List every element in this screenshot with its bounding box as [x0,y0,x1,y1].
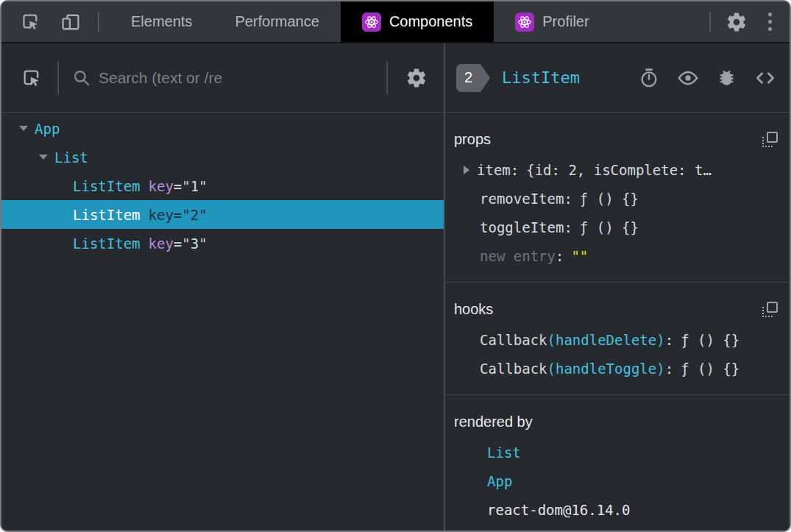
key-attr-value: ="3" [174,235,207,252]
chevron-right-icon[interactable] [464,166,469,174]
toolbar-divider [57,61,59,95]
inspect-cursor-icon[interactable] [21,12,40,32]
component-tree: App List ListItemkey="1" ListItemkey="2"… [1,113,444,531]
key-attr-name: key [149,178,174,194]
device-toolbar-icon[interactable] [60,11,82,33]
rendered-by-reactdom: react-dom@16.14.0 [454,495,778,524]
hook-row-handletoggle: Callback(handleToggle): ƒ () {} [454,354,778,383]
component-name: ListItem [73,235,141,252]
prop-key: removeItem [480,191,564,207]
copy-icon[interactable] [762,302,778,317]
devtools-tabbar: Elements Performance Components [1,1,790,43]
new-entry-key[interactable]: new entry [480,248,556,264]
tab-components[interactable]: Components [341,1,494,42]
owner-link[interactable]: List [487,444,521,461]
components-tree-panel: App List ListItemkey="1" ListItemkey="2"… [1,43,445,531]
search-icon [71,68,91,88]
rendered-by-section: rendered by List App react-dom@16.14.0 [445,395,790,531]
rendered-by-app[interactable]: App [454,467,778,495]
rendered-by-label: rendered by [454,414,533,430]
key-attr-value: ="2" [174,207,207,223]
hook-name: Callback [480,332,547,348]
prop-value: ƒ () {} [580,191,639,207]
tree-row-listitem-3[interactable]: ListItemkey="3" [1,229,444,258]
badge-count: 2 [456,64,480,92]
settings-gear-icon[interactable] [405,67,428,89]
copy-icon[interactable] [762,132,778,147]
hook-name: Callback [480,361,547,377]
chevron-down-icon[interactable] [19,126,28,131]
badge-arrow [480,64,490,92]
tab-profiler[interactable]: Profiler [494,1,610,42]
component-name: ListItem [73,178,141,194]
tree-row-listitem-2[interactable]: ListItemkey="2" [1,200,444,229]
bug-icon[interactable] [717,68,737,88]
prop-key: toggleItem [480,219,564,235]
hooks-section: hooks Callback(handleDelete): ƒ () {} Ca… [445,283,790,395]
react-logo-icon [362,13,381,32]
props-section-label: props [454,131,491,148]
inspector-header: 2 ListItem [445,43,790,113]
tab-label: Profiler [542,13,589,30]
prop-value: {id: 2, isComplete: t… [526,162,712,178]
tab-label: Performance [235,13,319,30]
stopwatch-icon[interactable] [639,68,659,88]
hook-arg: (handleDelete) [547,332,665,348]
renderer-version: react-dom@16.14.0 [487,502,630,518]
tree-row-listitem-1[interactable]: ListItemkey="1" [1,171,444,200]
search-input[interactable] [99,69,386,87]
key-attr-name: key [149,207,174,223]
hook-row-handledelete: Callback(handleDelete): ƒ () {} [454,325,778,354]
devtools-window: Elements Performance Components [0,0,791,532]
prop-row-new-entry[interactable]: new entry: "" [454,241,778,270]
tree-row-list[interactable]: List [1,143,444,171]
prop-row-item[interactable]: item: {id: 2, isComplete: t… [454,155,778,184]
prop-row-toggleitem: toggleItem: ƒ () {} [454,213,778,241]
component-inspector-panel: 2 ListItem [445,43,790,531]
component-name: ListItem [73,207,141,223]
tab-label: Components [389,13,472,30]
component-name: List [54,149,88,166]
tab-performance[interactable]: Performance [213,1,341,42]
toolbar-divider [386,61,388,95]
chevron-down-icon[interactable] [39,155,48,160]
inspect-cursor-icon[interactable] [21,68,42,88]
element-badge: 2 [456,64,490,92]
key-attr-value: ="1" [174,178,207,194]
tree-row-app[interactable]: App [1,114,444,143]
tab-elements[interactable]: Elements [110,1,213,42]
code-brackets-icon[interactable] [754,67,776,89]
tabbar-divider [98,12,99,32]
tree-toolbar [1,43,444,113]
props-section: props item: {id: 2, isComplete: t… remov… [445,113,790,283]
settings-gear-icon[interactable] [726,11,748,33]
eye-icon[interactable] [677,67,699,89]
tabbar-divider [709,12,711,32]
hook-value: ƒ () {} [681,361,739,377]
selected-component-title: ListItem [502,68,580,87]
owner-link[interactable]: App [487,473,512,489]
hooks-section-label: hooks [454,301,493,318]
hook-value: ƒ () {} [681,332,739,348]
prop-row-removeitem: removeItem: ƒ () {} [454,184,778,213]
prop-key: item [477,162,511,178]
tab-label: Elements [131,13,192,30]
key-attr-name: key [149,235,174,252]
rendered-by-list[interactable]: List [454,438,778,467]
kebab-menu-icon[interactable] [768,13,772,31]
new-entry-value[interactable]: "" [571,248,588,264]
prop-value: ƒ () {} [580,219,639,235]
component-name: App [35,121,60,137]
hook-arg: (handleToggle) [547,361,665,377]
react-logo-icon [515,13,534,32]
